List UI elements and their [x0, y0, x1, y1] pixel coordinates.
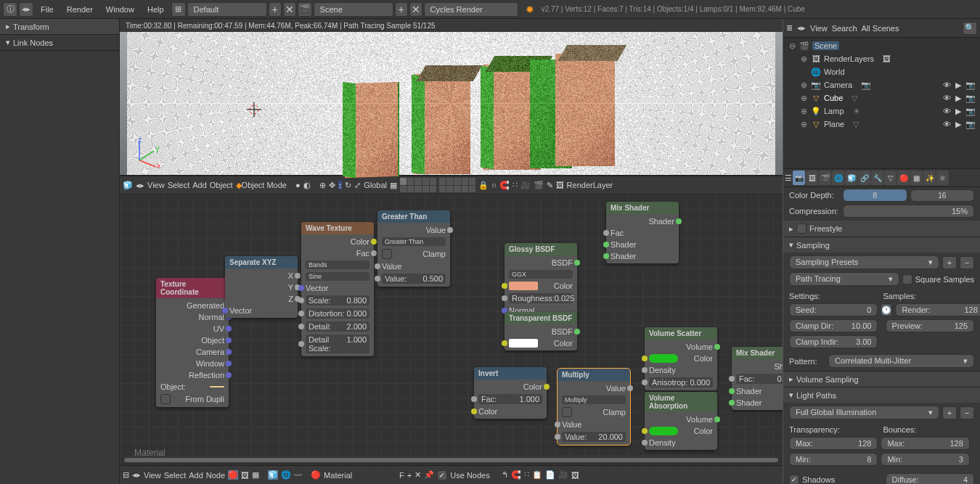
3d-viewport[interactable]: Time:00:32.80 | Remaining:00:47.59 | Mem…: [120, 19, 783, 176]
layers-icon[interactable]: ▦: [390, 181, 397, 190]
outliner[interactable]: ⊖🎬Scene ⊕🖼RenderLayers🖼 🌐World ⊕📷Camera📷…: [783, 38, 980, 168]
node-scrollbar[interactable]: [124, 458, 778, 462]
manipulator-icon[interactable]: ✥: [329, 181, 335, 190]
renderlayer-dropdown[interactable]: RenderLayer: [567, 181, 613, 189]
snap-type-node-icon[interactable]: ∷: [524, 470, 529, 480]
delete-scene-button[interactable]: ✕: [409, 2, 422, 17]
auto-render-icon[interactable]: 🎥: [558, 470, 568, 480]
particles-tab-icon[interactable]: ✨: [923, 171, 936, 185]
outliner-item-camera[interactable]: ⊕📷Camera📷👁▶📷: [785, 78, 979, 91]
renderlayers-tab-icon[interactable]: 🖼: [806, 171, 818, 185]
node-texture-coordinate[interactable]: Texture Coordinate Generated Normal UV O…: [156, 278, 229, 407]
renderlayer-browse-icon[interactable]: 🖼: [556, 181, 564, 189]
shading-mode-icon[interactable]: ●: [295, 181, 301, 189]
collapse-menus-node-icon[interactable]: ◂▸: [132, 470, 141, 480]
layout-browse-icon[interactable]: ⊞: [171, 2, 186, 17]
gpencil-icon[interactable]: ✎: [547, 181, 553, 190]
scene-browse-icon[interactable]: 🎬: [298, 2, 312, 17]
clamp-direct-field[interactable]: Clamp Dir:10.00: [789, 319, 878, 332]
use-nodes-checkbox[interactable]: [437, 470, 447, 480]
material-dropdown[interactable]: Material: [324, 471, 396, 480]
unlink-material-button[interactable]: ✕: [415, 470, 421, 480]
seed-field[interactable]: Seed:0: [789, 303, 878, 316]
opengl-anim-icon[interactable]: 🎬: [534, 181, 544, 190]
render-menu[interactable]: Render: [61, 2, 99, 17]
node-glossy-bsdf[interactable]: Glossy BSDF BSDF GGX Color Roughness:0.0…: [505, 243, 577, 318]
layer-buttons[interactable]: [400, 178, 475, 192]
help-menu[interactable]: Help: [142, 2, 170, 17]
object-menu-3d[interactable]: Object: [210, 181, 233, 189]
render-tab-icon[interactable]: 📷: [793, 171, 805, 185]
node-editor[interactable]: Texture Coordinate Generated Normal UV O…: [120, 194, 783, 484]
square-samples-checkbox[interactable]: [902, 274, 912, 284]
bounces-min-field[interactable]: Min:3: [881, 453, 969, 466]
node-separate-xyz[interactable]: Separate XYZ X Y Z Vector: [225, 256, 298, 318]
file-menu[interactable]: File: [35, 2, 60, 17]
add-lp-preset-button[interactable]: +: [942, 406, 957, 419]
volume-sampling-panel-header[interactable]: ▸Volume Sampling: [783, 372, 980, 387]
preview-samples-field[interactable]: Preview:125: [886, 319, 974, 332]
texture-tab-icon[interactable]: ▦: [910, 171, 923, 185]
lamp-data-icon[interactable]: 〰: [294, 471, 302, 480]
view-menu-3d[interactable]: View: [147, 181, 165, 189]
clamp-indirect-field[interactable]: Clamp Indir:3.00: [789, 335, 878, 348]
data-tab-icon[interactable]: ▽: [884, 171, 897, 185]
outliner-display-dropdown[interactable]: All Scenes: [862, 24, 958, 33]
proportional-icon[interactable]: ○: [491, 181, 497, 189]
compression-field[interactable]: 15%: [843, 205, 974, 218]
light-paths-preset-dropdown[interactable]: Full Global Illumination▾: [789, 406, 939, 419]
select-menu-node[interactable]: Select: [164, 471, 187, 480]
outliner-item-world[interactable]: 🌐World: [785, 65, 979, 78]
paste-nodes-icon[interactable]: 📄: [545, 470, 555, 480]
outliner-item-scene[interactable]: ⊖🎬Scene: [785, 39, 979, 52]
view-menu-node[interactable]: View: [144, 471, 161, 480]
add-scene-button[interactable]: +: [395, 2, 408, 17]
node-volume-absorption[interactable]: Volume Absorption Volume Color Density: [645, 392, 717, 450]
select-menu-3d[interactable]: Select: [168, 181, 190, 189]
compositor-nodes-icon[interactable]: 🖼: [241, 471, 249, 480]
add-preset-button[interactable]: +: [942, 256, 957, 269]
collapse-menus-3d-icon[interactable]: ◂▸: [136, 181, 144, 190]
outliner-item-lamp[interactable]: ⊕💡Lamp☀👁▶📷: [785, 104, 979, 118]
physics-tab-icon[interactable]: ⚛: [936, 171, 949, 185]
go-parent-icon[interactable]: ↰: [502, 470, 508, 480]
modifiers-tab-icon[interactable]: 🔧: [871, 171, 883, 185]
opengl-render-icon[interactable]: 🎥: [520, 181, 531, 190]
scene-dropdown[interactable]: Scene: [314, 2, 393, 17]
delete-layout-button[interactable]: ✕: [283, 2, 296, 17]
render-samples-field[interactable]: Render:128: [895, 303, 980, 316]
seed-clock-icon[interactable]: 🕐: [881, 303, 892, 316]
outliner-filter-icon[interactable]: 🔍: [963, 22, 977, 35]
add-menu-node[interactable]: Add: [189, 471, 203, 480]
node-mix-shader-volume[interactable]: Mix Shader Shader Fac:0.500 Shader Shade…: [732, 347, 783, 410]
lock-layers-icon[interactable]: 🔒: [478, 181, 489, 190]
link-nodes-panel-header[interactable]: ▾ Link Nodes: [0, 35, 119, 51]
node-wave-texture[interactable]: Wave Texture Color Fac Bands Sine Vector…: [301, 222, 374, 356]
editor-type-3dview-icon[interactable]: 🧊: [123, 181, 133, 190]
snap-type-icon[interactable]: ∷: [513, 181, 518, 190]
remove-preset-button[interactable]: −: [960, 256, 974, 269]
pin-icon[interactable]: 📌: [424, 470, 434, 480]
node-greater-than[interactable]: Greater Than Value Greater Than Clamp Va…: [377, 210, 450, 287]
manipulator-scale-icon[interactable]: ⤢: [354, 181, 361, 190]
integrator-dropdown[interactable]: Path Tracing▾: [789, 272, 899, 286]
world-tab-icon[interactable]: 🌐: [832, 171, 844, 185]
sampling-presets-dropdown[interactable]: Sampling Presets▾: [789, 255, 939, 269]
transform-panel-header[interactable]: ▸ Transform: [0, 19, 119, 35]
node-menu[interactable]: Node: [206, 471, 225, 480]
object-data-icon[interactable]: 🧊: [268, 470, 278, 480]
add-layout-button[interactable]: +: [269, 2, 282, 17]
freestyle-panel-header[interactable]: ▸Freestyle: [783, 221, 980, 237]
outliner-search-menu[interactable]: Search: [832, 24, 857, 33]
mode-dropdown[interactable]: ◆Object Mode: [236, 181, 287, 190]
light-paths-panel-header[interactable]: ▾Light Paths: [783, 387, 980, 403]
bounces-max-field[interactable]: Max:128: [881, 437, 969, 450]
pivot-icon[interactable]: ⊕: [319, 181, 326, 190]
backdrop-icon[interactable]: 🖼: [571, 471, 579, 480]
object-tab-icon[interactable]: 🧊: [845, 171, 857, 185]
node-mix-shader-surface[interactable]: Mix Shader Shader Fac Shader Shader: [606, 202, 679, 263]
screen-layout-dropdown[interactable]: Default: [187, 2, 267, 17]
outliner-view-menu[interactable]: View: [810, 24, 828, 33]
pattern-dropdown[interactable]: Correlated Multi-Jitter▾: [828, 354, 974, 368]
scene-tab-icon[interactable]: 🎬: [819, 171, 831, 185]
